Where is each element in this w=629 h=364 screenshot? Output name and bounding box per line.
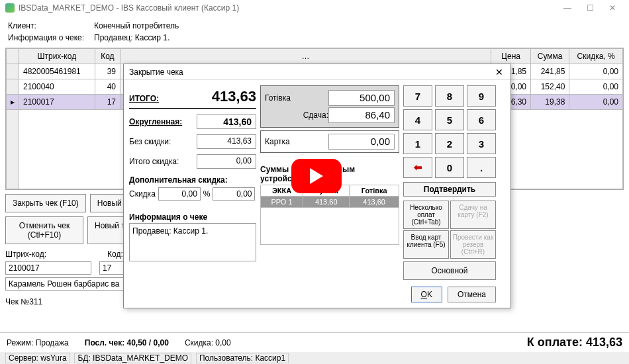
dialog-title: Закрытие чека [129,68,183,77]
barcode-input[interactable] [5,261,91,275]
header: Клиент: Конечный потребитель Информация … [0,16,629,48]
card-value[interactable]: 0,00 [328,134,395,150]
code-label: Код: [107,250,123,259]
disc-percent-input[interactable] [158,187,201,201]
info-label: Информация о чеке: [8,32,94,44]
confirm-button[interactable]: Подтвердить [403,182,496,197]
minimize-icon[interactable]: — [556,1,579,15]
cash-label: Готівка [265,93,328,103]
cancel-cheque-button[interactable]: Отменить чек (Ctl+F10) [5,216,83,244]
key-7[interactable]: 7 [403,85,432,107]
app-icon [5,3,15,13]
key-5[interactable]: 5 [435,109,464,130]
disc-sum-input[interactable] [213,187,255,201]
disc-label: Скидка: 0,00 [185,338,231,347]
cash-value[interactable]: 500,00 [328,90,395,106]
key-backspace-icon[interactable]: ⬅ [403,157,432,178]
main-button[interactable]: Основной [403,261,496,280]
last-cheque: Посл. чек: 40,50 / 0,00 [85,338,169,347]
window-title: IBSData_MARKET_DEMO - IBS Кассовый клиен… [19,3,239,13]
to-pay: К оплате: 413,63 [527,336,622,349]
client-label: Клиент: [8,20,94,32]
client-value: Конечный потребитель [94,20,179,32]
cancel-button[interactable]: Отмена [448,287,496,302]
info-value: Продавец: Кассир 1. [94,32,169,44]
total-value: 413,63 [212,88,256,105]
close-icon[interactable]: ✕ [601,1,624,15]
add-disc-header: Дополнительная скидка: [129,175,256,185]
close-cheque-button[interactable]: Закрыть чек (F10) [5,194,86,212]
window-titlebar: IBSData_MARKET_DEMO - IBS Кассовый клиен… [0,0,629,16]
change-to-card-button[interactable]: Сдачу на карту (F2) [450,201,496,229]
change-label: Сдача: [265,111,328,120]
total-label: ИТОГО: [129,94,159,103]
modal-info-body: Продавец: Кассир 1. [129,223,256,261]
change-value: 86,40 [328,107,395,123]
key-2[interactable]: 2 [435,133,464,154]
card-label: Картка [265,137,328,146]
key-9[interactable]: 9 [467,85,496,107]
key-4[interactable]: 4 [403,109,432,130]
multi-pay-button[interactable]: Несколько оплат (Ctrl+Tab) [403,201,449,229]
enter-card-button[interactable]: Ввод карт клиента (F5) [403,230,449,259]
cheque-number: Чек №311 [5,297,42,306]
key-1[interactable]: 1 [403,133,432,154]
numeric-keypad: 7 8 9 4 5 6 1 2 3 ⬅ 0 . [403,85,501,178]
status-user: Пользователь: Кассир1 [196,353,289,363]
key-0[interactable]: 0 [435,157,464,178]
rounded-label: Округленная: [129,117,197,126]
key-6[interactable]: 6 [467,109,496,130]
mode-label: Режим: Продажа [7,338,69,347]
barcode-label: Штрих-код: [5,250,46,259]
fiscal-table: ЭККАСуммаГотівка РРО 1413,60413,60 [260,185,399,245]
status-server: Сервер: wsYura [5,353,70,363]
key-dot[interactable]: . [467,157,496,178]
reserve-button[interactable]: Провести как резерв (Ctrl+R) [450,230,496,259]
key-3[interactable]: 3 [467,133,496,154]
play-overlay-icon[interactable] [291,159,342,193]
maximize-icon[interactable]: ☐ [579,1,601,15]
modal-info-header: Информация о чеке [129,212,256,222]
key-8[interactable]: 8 [435,85,464,107]
ok-button[interactable]: OOKK [411,287,442,302]
rounded-value: 413,60 [197,114,256,129]
status-db: БД: IBSData_MARKET_DEMO [74,353,191,363]
dialog-close-icon[interactable]: ✕ [493,66,505,78]
